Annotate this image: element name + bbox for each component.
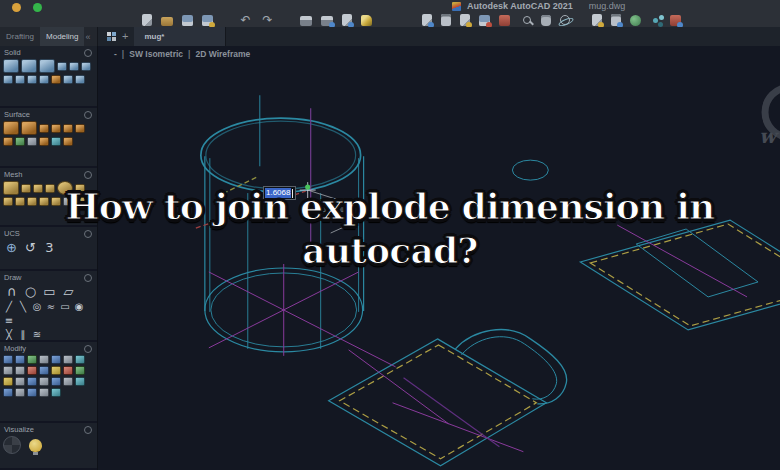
explode-icon[interactable] <box>3 377 13 386</box>
box-icon[interactable] <box>3 59 19 73</box>
overkill-icon[interactable] <box>39 388 49 397</box>
fillet-icon[interactable] <box>3 366 13 375</box>
extend-surface-icon[interactable] <box>27 137 37 146</box>
blend-surface-icon[interactable] <box>39 124 49 133</box>
array-icon[interactable] <box>51 355 61 364</box>
stretch-icon[interactable] <box>75 355 85 364</box>
traffic-light-1[interactable] <box>12 3 21 12</box>
scale-icon[interactable] <box>63 355 73 364</box>
wedge-icon[interactable] <box>21 59 37 73</box>
palette-tab-modeling[interactable]: Modeling <box>40 27 84 46</box>
markup-doc-icon[interactable] <box>592 14 602 26</box>
match-properties-icon[interactable] <box>460 14 470 26</box>
array-edit-icon[interactable] <box>27 388 37 397</box>
cone-icon[interactable] <box>81 62 91 71</box>
hatch-edit-icon[interactable] <box>63 377 73 386</box>
shell-icon[interactable] <box>75 75 85 84</box>
undo-icon[interactable]: ↶ <box>239 14 252 26</box>
copy-doc-icon[interactable] <box>422 14 432 26</box>
circle-icon[interactable]: ○ <box>22 284 39 299</box>
spline-icon[interactable]: ≈ <box>45 301 57 313</box>
divide-icon[interactable]: ╳ <box>3 329 15 341</box>
redo-icon[interactable]: ↷ <box>261 14 274 26</box>
thicken-icon[interactable] <box>63 137 73 146</box>
copy-icon[interactable] <box>15 355 25 364</box>
pedit-icon[interactable] <box>51 377 61 386</box>
zoom-icon[interactable] <box>523 16 531 24</box>
extend-icon[interactable] <box>39 366 49 375</box>
open-folder-icon[interactable] <box>161 17 173 26</box>
section-options-icon[interactable] <box>84 426 92 434</box>
start-tab-icon[interactable] <box>107 32 116 41</box>
block-icon[interactable] <box>479 15 490 26</box>
plane-surface-icon[interactable]: ▱ <box>60 284 77 299</box>
loft-surface-icon[interactable] <box>21 121 37 135</box>
revision-cloud-icon[interactable]: ≋ <box>31 329 43 341</box>
presspull-icon[interactable] <box>51 75 61 84</box>
rectangle-icon[interactable]: ▭ <box>41 284 58 299</box>
section-options-icon[interactable] <box>84 111 92 119</box>
offset-surface-icon[interactable] <box>63 124 73 133</box>
xref-book-icon[interactable] <box>499 15 510 26</box>
collapse-panel-icon[interactable]: « <box>84 27 91 46</box>
new-file-icon[interactable] <box>142 14 152 26</box>
trim-icon[interactable] <box>27 366 37 375</box>
patch-surface-icon[interactable] <box>51 124 61 133</box>
convert-surface-icon[interactable] <box>51 137 61 146</box>
offset-lines-icon[interactable]: ∥ <box>17 329 29 341</box>
sphere-icon[interactable] <box>69 62 79 71</box>
viewport-label[interactable]: - | SW Isometric | 2D Wireframe <box>114 49 250 59</box>
block-edit-icon[interactable] <box>15 388 25 397</box>
revolve-icon[interactable] <box>15 75 25 84</box>
render-icon[interactable] <box>3 436 21 454</box>
hatch-icon[interactable]: ≡ <box>3 315 15 327</box>
viewport-style-label[interactable]: 2D Wireframe <box>195 49 250 59</box>
measure-icon[interactable] <box>75 377 85 386</box>
save-icon[interactable] <box>182 15 193 26</box>
slice-icon[interactable] <box>63 75 73 84</box>
section-options-icon[interactable] <box>84 49 92 57</box>
untrim-surface-icon[interactable] <box>15 137 25 146</box>
section-options-icon[interactable] <box>84 171 92 179</box>
offset-icon[interactable] <box>51 366 61 375</box>
donut-icon[interactable]: ◉ <box>73 301 85 313</box>
chamfer-icon[interactable] <box>15 366 25 375</box>
nodes-icon[interactable] <box>653 18 658 23</box>
rotate-icon[interactable] <box>27 355 37 364</box>
set-bylayer-icon[interactable] <box>51 388 61 397</box>
fillet-surface-icon[interactable] <box>75 124 85 133</box>
group-icon[interactable] <box>3 388 13 397</box>
line-icon[interactable]: ╲ <box>17 301 29 313</box>
loft-icon[interactable] <box>39 75 49 84</box>
break-icon[interactable] <box>15 377 25 386</box>
network-surface-icon[interactable] <box>3 121 19 135</box>
page-setup-icon[interactable] <box>361 15 372 26</box>
join-icon[interactable] <box>75 366 85 375</box>
mirror-icon[interactable] <box>39 355 49 364</box>
reference-doc-icon[interactable] <box>670 15 681 26</box>
arc-icon[interactable]: ∩ <box>3 284 20 299</box>
extrude-icon[interactable] <box>3 75 13 84</box>
file-tab-mug[interactable]: mug* <box>134 27 226 46</box>
cylinder-icon[interactable] <box>57 62 67 71</box>
move-icon[interactable] <box>3 355 13 364</box>
traffic-light-2[interactable] <box>33 3 42 12</box>
clipboard-chart-icon[interactable] <box>611 14 621 26</box>
sculpt-icon[interactable] <box>39 137 49 146</box>
new-drawing-tab-button[interactable]: + <box>120 27 134 46</box>
publish-icon[interactable] <box>342 14 352 26</box>
align-icon[interactable] <box>39 377 49 386</box>
print-preview-icon[interactable] <box>321 16 333 26</box>
print-icon[interactable] <box>300 16 312 26</box>
sketch-icon[interactable]: ╱ <box>3 301 15 313</box>
geolocation-globe-icon[interactable] <box>630 15 641 26</box>
section-options-icon[interactable] <box>84 274 92 282</box>
orbit-icon[interactable] <box>560 15 570 25</box>
lights-bulb-icon[interactable] <box>29 439 42 452</box>
trim-surface-icon[interactable] <box>3 137 13 146</box>
ellipse-icon[interactable]: ◎ <box>31 301 43 313</box>
section-options-icon[interactable] <box>84 345 92 353</box>
union-icon[interactable] <box>39 59 55 73</box>
viewport-view-label[interactable]: SW Isometric <box>129 49 183 59</box>
pan-hand-icon[interactable] <box>541 15 551 26</box>
